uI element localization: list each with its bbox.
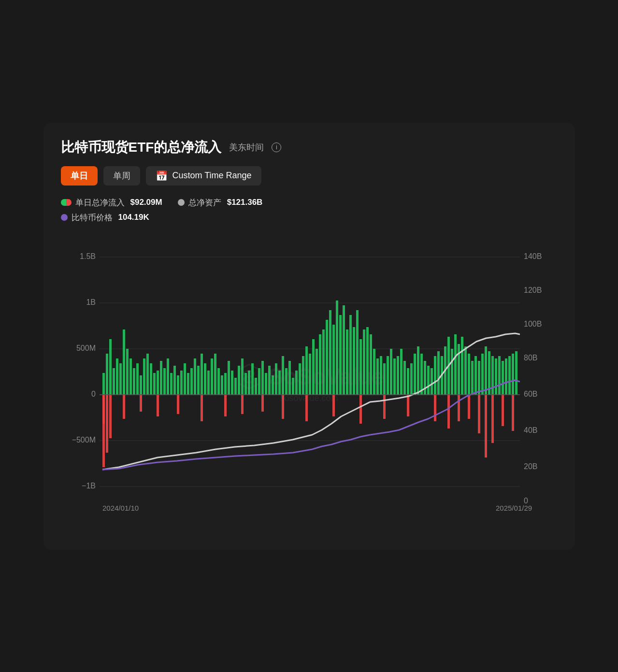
svg-rect-147 xyxy=(447,395,450,429)
y-left-neg1b: −1B xyxy=(82,482,96,490)
y-right-20b: 20B xyxy=(524,462,537,471)
svg-rect-101 xyxy=(417,346,419,395)
y-left-500m: 500M xyxy=(76,344,95,352)
svg-rect-70 xyxy=(312,339,315,395)
svg-rect-121 xyxy=(485,346,487,395)
svg-rect-29 xyxy=(173,366,176,395)
svg-rect-88 xyxy=(373,349,375,395)
svg-rect-134 xyxy=(157,395,159,416)
svg-rect-63 xyxy=(288,361,291,395)
svg-rect-67 xyxy=(302,356,304,395)
svg-rect-90 xyxy=(380,356,382,395)
svg-rect-145 xyxy=(407,395,409,416)
custom-time-button[interactable]: 📅 Custom Time Range xyxy=(146,166,261,186)
svg-rect-151 xyxy=(485,395,487,458)
btc-price-icon xyxy=(61,214,68,221)
weekly-button[interactable]: 单周 xyxy=(103,166,140,186)
svg-rect-95 xyxy=(397,356,399,395)
svg-rect-117 xyxy=(471,361,474,395)
svg-rect-47 xyxy=(234,378,237,395)
svg-rect-119 xyxy=(478,361,480,395)
svg-rect-43 xyxy=(221,375,223,395)
svg-rect-64 xyxy=(292,378,294,395)
svg-rect-100 xyxy=(414,354,416,395)
svg-rect-154 xyxy=(512,395,514,431)
svg-rect-150 xyxy=(478,395,480,433)
svg-rect-74 xyxy=(326,320,328,395)
svg-rect-107 xyxy=(437,351,440,395)
svg-rect-96 xyxy=(400,349,402,395)
svg-rect-44 xyxy=(224,373,227,395)
svg-rect-142 xyxy=(332,395,335,416)
svg-rect-34 xyxy=(190,368,193,395)
btc-price-label: 比特币价格 xyxy=(72,212,113,223)
daily-net-flow-value: $92.09M xyxy=(130,198,162,207)
svg-rect-19 xyxy=(140,375,142,395)
daily-net-flow-legend: 单日总净流入 $92.09M xyxy=(61,197,162,208)
svg-rect-77 xyxy=(336,300,338,395)
calendar-icon: 📅 xyxy=(156,170,168,182)
svg-rect-46 xyxy=(231,371,233,395)
svg-rect-129 xyxy=(512,354,514,395)
svg-rect-16 xyxy=(129,358,132,395)
svg-rect-37 xyxy=(201,354,203,395)
svg-rect-92 xyxy=(387,356,389,395)
svg-rect-85 xyxy=(363,329,365,395)
svg-rect-39 xyxy=(207,371,210,395)
svg-rect-155 xyxy=(102,395,105,467)
controls-row: 单日 单周 📅 Custom Time Range xyxy=(61,166,558,186)
svg-rect-12 xyxy=(116,358,118,395)
y-left-neg500m: −500M xyxy=(72,436,95,444)
svg-rect-57 xyxy=(268,366,271,395)
title-row: 比特币现货ETF的总净流入 美东时间 i xyxy=(61,138,558,157)
btc-price-legend: 比特币价格 104.19K xyxy=(61,212,149,223)
svg-rect-152 xyxy=(491,395,494,443)
svg-rect-56 xyxy=(265,373,267,395)
svg-rect-61 xyxy=(282,356,284,395)
svg-rect-53 xyxy=(255,378,257,395)
svg-rect-15 xyxy=(126,349,129,395)
daily-net-flow-label: 单日总净流入 xyxy=(75,197,125,208)
main-card: 比特币现货ETF的总净流入 美东时间 i 单日 单周 📅 Custom Time… xyxy=(43,123,575,550)
svg-rect-48 xyxy=(238,366,240,395)
daily-button[interactable]: 单日 xyxy=(61,166,98,186)
svg-rect-87 xyxy=(370,334,372,395)
svg-rect-80 xyxy=(346,329,348,395)
svg-rect-8 xyxy=(102,373,105,395)
legend-row-2: 比特币价格 104.19K xyxy=(61,212,558,223)
y-right-120b: 120B xyxy=(524,286,542,294)
svg-rect-54 xyxy=(258,368,260,395)
svg-rect-93 xyxy=(390,349,392,395)
svg-rect-20 xyxy=(143,358,145,395)
svg-rect-65 xyxy=(295,371,298,395)
svg-rect-72 xyxy=(319,334,321,395)
svg-rect-126 xyxy=(502,361,504,395)
svg-rect-76 xyxy=(332,325,335,395)
svg-rect-22 xyxy=(150,363,152,395)
page-title: 比特币现货ETF的总净流入 xyxy=(61,138,222,157)
svg-rect-13 xyxy=(119,363,122,395)
svg-rect-52 xyxy=(251,363,254,395)
svg-rect-102 xyxy=(420,354,423,395)
svg-rect-58 xyxy=(272,375,274,395)
svg-rect-112 xyxy=(454,334,457,395)
svg-rect-146 xyxy=(434,395,436,421)
legend-row-1: 单日总净流入 $92.09M 总净资产 $121.36B xyxy=(61,197,558,208)
y-left-1b5: 1.5B xyxy=(80,252,96,260)
svg-rect-105 xyxy=(431,368,433,395)
svg-rect-31 xyxy=(180,371,183,395)
svg-rect-130 xyxy=(515,351,517,395)
svg-rect-79 xyxy=(343,305,345,395)
total-assets-legend: 总净资产 $121.36B xyxy=(178,197,263,208)
total-assets-value: $121.36B xyxy=(227,198,263,207)
y-left-0: 0 xyxy=(91,390,96,398)
svg-rect-14 xyxy=(123,329,125,395)
total-assets-icon xyxy=(178,199,185,206)
svg-rect-23 xyxy=(153,373,156,395)
btc-price-value: 104.19K xyxy=(118,213,149,222)
svg-rect-91 xyxy=(383,363,386,395)
svg-rect-49 xyxy=(241,358,244,395)
svg-rect-99 xyxy=(410,363,413,395)
info-icon[interactable]: i xyxy=(272,143,281,152)
svg-rect-135 xyxy=(177,395,179,414)
